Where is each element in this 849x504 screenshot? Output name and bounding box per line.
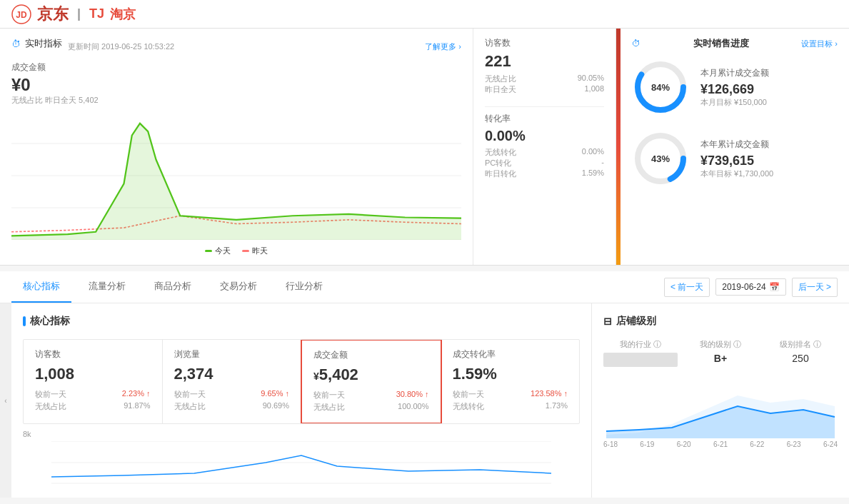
store-chart-labels: 6-18 6-19 6-20 6-21 6-22 6-23 6-24 <box>603 440 838 448</box>
date-display: 2019-06-24 📅 <box>715 278 785 296</box>
tab-transactions[interactable]: 交易分析 <box>209 271 268 303</box>
next-day-button[interactable]: 后一天 > <box>792 278 838 297</box>
core-metrics-panel: 核心指标 访客数 1,008 较前一天 2.23% ↑ 无线 <box>11 303 592 498</box>
industry-bar <box>603 353 678 367</box>
tab-traffic[interactable]: 流量分析 <box>77 271 137 303</box>
visitors-block: 访客数 221 无线占比 90.05% 昨日全天 1,008 <box>485 37 604 95</box>
jd-logo-svg: JD <box>11 4 31 24</box>
prev-day-button[interactable]: < 前一天 <box>664 278 710 297</box>
yearly-amount: ¥739,615 <box>700 153 773 168</box>
y-axis-label: 8k <box>23 430 580 438</box>
core-metrics-title: 核心指标 <box>23 315 580 328</box>
store-level-col: 我的级别 ⓘ B+ <box>683 339 758 370</box>
metric-card-pageviews: 浏览量 2,374 较前一天 9.65% ↑ 无线占比 90.69% <box>163 340 302 423</box>
calendar-icon[interactable]: 📅 <box>769 282 780 292</box>
industry-label: 我的行业 ⓘ <box>603 339 678 350</box>
monthly-donut: 84% <box>632 59 689 116</box>
realtime-sales-icon: ⏱ <box>632 39 640 49</box>
mc-gmv-label: 成交金额 <box>313 349 429 361</box>
monthly-percent: 84% <box>651 82 670 93</box>
mc-pageviews-label: 浏览量 <box>174 348 290 361</box>
mc-visitors-value: 1,008 <box>35 365 151 383</box>
monthly-title: 本月累计成交金额 <box>700 67 769 79</box>
mc-visitors-label: 访客数 <box>35 348 151 361</box>
mc-pageviews-compare: 较前一天 9.65% ↑ 无线占比 90.69% <box>174 389 290 412</box>
metrics-mini-chart <box>23 441 580 484</box>
set-target-link[interactable]: 设置目标 › <box>801 39 838 49</box>
yearly-donut: 43% <box>632 130 689 187</box>
stats-panel: 访客数 221 无线占比 90.05% 昨日全天 1,008 转化率 0.00%… <box>473 29 616 265</box>
yearly-title: 本年累计成交金额 <box>700 138 773 151</box>
chart-svg: 0:00 3:00 6:00 9:00 12:00 15:00 18:00 21… <box>11 111 461 240</box>
tab-industry[interactable]: 行业分析 <box>274 271 334 303</box>
sales-panel: ⏱ 实时销售进度 设置目标 › 84% 本月累计成交金额 ¥126,669 本月… <box>621 29 849 265</box>
realtime-metric-value: ¥0 <box>11 75 461 95</box>
logo-jd-text: 京东 <box>37 4 69 25</box>
bottom-section: 核心指标 流量分析 商品分析 交易分析 行业分析 < 前一天 2019-06-2… <box>0 271 849 498</box>
metric-card-visitors: 访客数 1,008 较前一天 2.23% ↑ 无线占比 91.87% <box>24 340 163 423</box>
conversion-value: 0.00% <box>485 128 604 144</box>
tab-date-controls: < 前一天 2019-06-24 📅 后一天 > <box>664 278 838 297</box>
mc-pageviews-value: 2,374 <box>174 365 290 383</box>
store-chart-svg <box>603 381 838 438</box>
logo-jd-icon: JD <box>11 4 31 24</box>
tab-products[interactable]: 商品分析 <box>143 271 203 303</box>
legend-today: 今天 <box>205 246 231 256</box>
monthly-amount: ¥126,669 <box>700 82 769 97</box>
learn-more-link[interactable]: 了解更多 › <box>425 41 461 52</box>
yearly-percent: 43% <box>651 153 670 164</box>
store-title: ⊟ 店铺级别 <box>603 315 838 328</box>
mc-gmv-value: ¥5,402 <box>313 366 429 384</box>
left-scroll-arrow[interactable]: ‹ <box>0 303 11 498</box>
logo-tj: TJ <box>89 6 104 21</box>
top-section: ⏱ 实时指标 更新时间 2019-06-25 10:53:22 了解更多 › 成… <box>0 29 849 266</box>
header: JD 京东 | TJ 淘京 <box>0 0 849 29</box>
logo: JD 京东 | TJ 淘京 <box>11 4 136 25</box>
svg-text:JD: JD <box>16 10 27 20</box>
monthly-progress: 84% 本月累计成交金额 ¥126,669 本月目标 ¥150,000 <box>632 59 838 116</box>
sales-progress-title: 实时销售进度 <box>693 37 749 50</box>
visitors-detail: 无线占比 90.05% 昨日全天 1,008 <box>485 74 604 95</box>
metric-card-conversion: 成交转化率 1.59% 较前一天 123.58% ↑ 无线转化 1.73% <box>441 340 580 423</box>
tab-navigation: 核心指标 流量分析 商品分析 交易分析 行业分析 < 前一天 2019-06-2… <box>0 271 849 303</box>
conversion-detail: 无线转化 0.00% PC转化 - 昨日转化 1.59% <box>485 147 604 179</box>
mc-conversion-label: 成交转化率 <box>453 348 568 361</box>
store-grid: 我的行业 ⓘ 我的级别 ⓘ B+ 级别排名 ⓘ 250 <box>603 339 838 370</box>
legend-today-dot <box>205 250 212 252</box>
update-time: 更新时间 2019-06-25 10:53:22 <box>68 41 174 52</box>
panel-title: ⏱ 实时指标 <box>11 37 62 50</box>
content-area: ‹ 核心指标 访客数 1,008 较前一天 2.23% ↑ <box>0 303 849 498</box>
visitors-label: 访客数 <box>485 37 604 49</box>
level-value: B+ <box>683 353 758 364</box>
svg-marker-6 <box>11 124 461 240</box>
mc-conversion-value: 1.59% <box>453 365 568 383</box>
metric-card-gmv: 成交金额 ¥5,402 较前一天 30.80% ↑ 无线占比 100.00% <box>301 339 442 424</box>
conversion-label: 转化率 <box>485 113 604 125</box>
title-bar-icon <box>23 316 26 326</box>
legend-yesterday-dot <box>242 250 249 252</box>
logo-divider: | <box>77 6 81 21</box>
store-icon: ⊟ <box>603 316 612 327</box>
yearly-progress: 43% 本年累计成交金额 ¥739,615 本年目标 ¥1,730,000 <box>632 130 838 187</box>
visitors-value: 221 <box>485 52 604 71</box>
realtime-chart: 0:00 3:00 6:00 9:00 12:00 15:00 18:00 21… <box>11 111 461 240</box>
conversion-block: 转化率 0.00% 无线转化 0.00% PC转化 - 昨日转化 1.59% <box>485 113 604 179</box>
mc-conversion-compare: 较前一天 123.58% ↑ 无线转化 1.73% <box>453 389 568 412</box>
monthly-info: 本月累计成交金额 ¥126,669 本月目标 ¥150,000 <box>700 67 769 108</box>
realtime-metric-sub: 无线占比 昨日全天 5,402 <box>11 95 461 106</box>
yearly-target: 本年目标 ¥1,730,000 <box>700 168 773 179</box>
realtime-metric-label: 成交金额 <box>11 61 461 74</box>
metrics-grid: 访客数 1,008 较前一天 2.23% ↑ 无线占比 91.87% <box>23 339 580 424</box>
realtime-panel: ⏱ 实时指标 更新时间 2019-06-25 10:53:22 了解更多 › 成… <box>0 29 473 265</box>
clock-icon: ⏱ <box>11 39 21 49</box>
rank-value: 250 <box>763 353 838 364</box>
store-chart-container: 6-18 6-19 6-20 6-21 6-22 6-23 6-24 <box>603 381 838 448</box>
chart-legend: 今天 昨天 <box>11 246 461 256</box>
level-label: 我的级别 ⓘ <box>683 339 758 350</box>
monthly-target: 本月目标 ¥150,000 <box>700 97 769 108</box>
sales-header: ⏱ 实时销售进度 设置目标 › <box>632 37 838 50</box>
metrics-chart-area: 8k <box>23 430 580 486</box>
tab-core-metrics[interactable]: 核心指标 <box>11 271 71 303</box>
store-rank-col: 级别排名 ⓘ 250 <box>763 339 838 370</box>
yearly-info: 本年累计成交金额 ¥739,615 本年目标 ¥1,730,000 <box>700 138 773 179</box>
